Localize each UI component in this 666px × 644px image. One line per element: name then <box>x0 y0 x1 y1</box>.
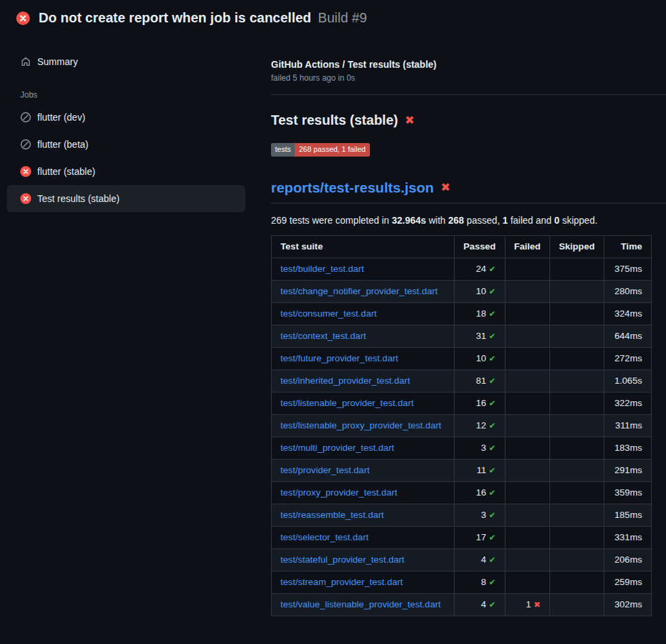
time-cell: 1.065s <box>604 369 651 392</box>
summary-part: 269 tests were completed in <box>271 215 392 226</box>
table-row: test/listenable_proxy_provider_test.dart… <box>272 414 652 437</box>
failed-cell <box>505 414 549 437</box>
run-status-line: failed 5 hours ago in 0s <box>271 73 666 83</box>
page-layout: Summary Jobs flutter (dev) flutter (beta… <box>0 35 666 616</box>
passed-cell: 3✔ <box>455 437 505 459</box>
time-cell: 291ms <box>604 459 651 481</box>
time-cell: 206ms <box>604 548 651 571</box>
failed-cell <box>505 325 549 347</box>
test-suite-link[interactable]: test/value_listenable_provider_test.dart <box>280 599 441 609</box>
test-suite-cell: test/future_provider_test.dart <box>272 347 455 369</box>
failed-cell <box>505 369 549 392</box>
time-cell: 183ms <box>604 437 651 459</box>
failed-cell <box>505 302 549 325</box>
column-header-passed: Passed <box>455 235 505 258</box>
summary-label: Summary <box>37 56 78 67</box>
check-icon: ✔ <box>489 287 496 296</box>
time-cell: 311ms <box>604 414 651 437</box>
summary-passed-count: 268 <box>449 215 464 226</box>
sidebar-item-test-results-stable[interactable]: Test results (stable) <box>7 185 245 212</box>
sidebar-item-summary[interactable]: Summary <box>7 48 245 75</box>
check-icon: ✔ <box>489 578 496 587</box>
test-suite-link[interactable]: test/inherited_provider_test.dart <box>280 376 410 386</box>
test-suite-link[interactable]: test/listenable_provider_test.dart <box>280 398 413 408</box>
test-suite-link[interactable]: test/selector_test.dart <box>280 532 369 542</box>
test-suite-cell: test/consumer_test.dart <box>272 302 455 325</box>
table-row: test/context_test.dart 31✔ 644ms <box>272 325 652 347</box>
passed-cell: 12✔ <box>455 414 505 437</box>
test-suite-link[interactable]: test/proxy_provider_test.dart <box>280 487 397 498</box>
report-file-link[interactable]: reports/test-results.json <box>271 180 434 196</box>
test-suite-link[interactable]: test/builder_test.dart <box>280 264 364 274</box>
jobs-heading: Jobs <box>20 90 245 100</box>
test-suite-cell: test/builder_test.dart <box>272 258 455 280</box>
passed-cell: 4✔ <box>455 548 505 571</box>
divider <box>271 94 666 95</box>
passed-cell: 4✔ <box>455 593 505 616</box>
x-circle-icon <box>20 193 31 204</box>
results-table-body: test/builder_test.dart 24✔ 375ms test/ch… <box>272 258 652 616</box>
time-cell: 359ms <box>604 481 651 504</box>
summary-sentence: 269 tests were completed in 32.964s with… <box>271 215 666 226</box>
test-suite-cell: test/value_listenable_provider_test.dart <box>272 593 455 616</box>
badge-label: tests <box>271 143 295 157</box>
results-table: Test suitePassedFailedSkippedTime test/b… <box>271 235 652 616</box>
job-label: flutter (beta) <box>37 139 88 150</box>
test-suite-cell: test/listenable_proxy_provider_test.dart <box>272 414 455 437</box>
check-icon: ✔ <box>489 466 496 475</box>
table-row: test/change_notifier_provider_test.dart … <box>272 280 652 302</box>
table-row: test/value_listenable_provider_test.dart… <box>272 593 652 616</box>
table-row: test/provider_test.dart 11✔ 291ms <box>272 459 652 481</box>
table-row: test/stateful_provider_test.dart 4✔ 206m… <box>272 548 652 571</box>
breadcrumb: GitHub Actions / Test results (stable) <box>271 59 666 70</box>
time-cell: 280ms <box>604 280 651 302</box>
table-header-row: Test suitePassedFailedSkippedTime <box>272 235 652 258</box>
table-row: test/future_provider_test.dart 10✔ 272ms <box>272 347 652 369</box>
skipped-cell <box>549 548 604 571</box>
report-heading: reports/test-results.json ✖ <box>271 180 666 203</box>
failed-x-icon: ✖ <box>404 115 414 126</box>
table-row: test/proxy_provider_test.dart 16✔ 359ms <box>272 481 652 504</box>
check-icon: ✔ <box>489 510 496 520</box>
test-suite-link[interactable]: test/multi_provider_test.dart <box>280 443 394 453</box>
time-cell: 324ms <box>604 302 651 325</box>
test-suite-link[interactable]: test/consumer_test.dart <box>280 308 377 319</box>
time-cell: 331ms <box>604 526 651 548</box>
column-header-time: Time <box>604 235 651 258</box>
passed-cell: 11✔ <box>455 459 505 481</box>
test-suite-cell: test/reassemble_test.dart <box>272 504 455 526</box>
failed-cell <box>505 258 549 280</box>
failed-cell <box>505 481 549 504</box>
check-icon: ✔ <box>489 309 496 319</box>
passed-cell: 31✔ <box>455 325 505 347</box>
x-circle-icon <box>20 166 31 177</box>
check-icon: ✔ <box>489 376 496 386</box>
test-suite-link[interactable]: test/provider_test.dart <box>280 465 369 475</box>
summary-part: skipped. <box>560 215 598 226</box>
column-header-failed: Failed <box>505 235 549 258</box>
test-suite-link[interactable]: test/context_test.dart <box>280 331 366 341</box>
sidebar-item-flutter-beta[interactable]: flutter (beta) <box>7 131 245 158</box>
test-suite-link[interactable]: test/change_notifier_provider_test.dart <box>280 286 438 296</box>
test-suite-link[interactable]: test/listenable_proxy_provider_test.dart <box>280 420 441 430</box>
check-icon: ✔ <box>489 533 496 542</box>
skipped-cell <box>549 437 604 459</box>
table-row: test/consumer_test.dart 18✔ 324ms <box>272 302 652 325</box>
test-suite-link[interactable]: test/stateful_provider_test.dart <box>280 555 404 565</box>
check-icon: ✔ <box>489 421 496 430</box>
time-cell: 644ms <box>604 325 651 347</box>
skipped-cell <box>549 481 604 504</box>
sidebar-item-flutter-dev[interactable]: flutter (dev) <box>7 104 245 131</box>
section-heading-text: Test results (stable) <box>271 113 398 128</box>
sidebar-item-flutter-stable[interactable]: flutter (stable) <box>7 158 245 185</box>
column-header-test-suite: Test suite <box>272 235 455 258</box>
check-icon: ✔ <box>489 600 496 609</box>
test-suite-link[interactable]: test/reassemble_test.dart <box>280 510 384 520</box>
failed-x-icon: ✖ <box>440 182 450 193</box>
skipped-cell <box>549 526 604 548</box>
test-suite-link[interactable]: test/future_provider_test.dart <box>280 353 398 363</box>
check-icon: ✔ <box>489 488 496 498</box>
test-suite-link[interactable]: test/stream_provider_test.dart <box>280 577 403 587</box>
home-icon <box>20 56 31 67</box>
failed-cell <box>505 392 549 414</box>
